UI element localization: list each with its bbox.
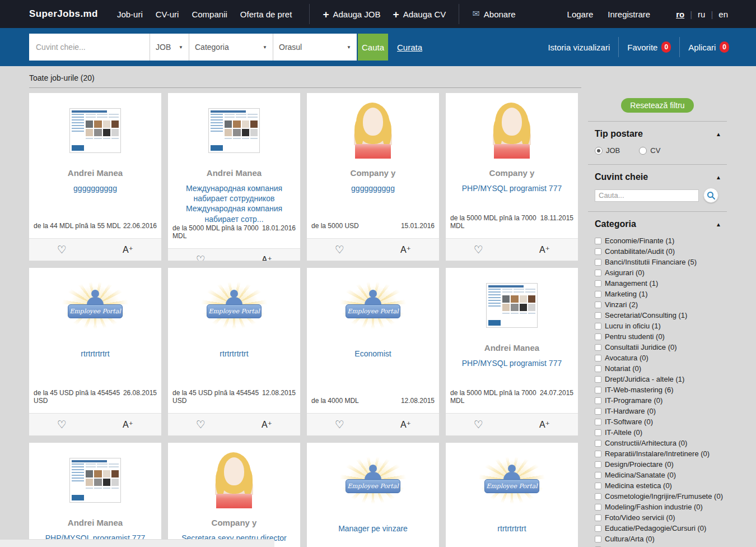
job-title-link[interactable]: Manager pe vinzare	[307, 523, 439, 534]
job-title-link[interactable]: rtrtrtrtrtrt	[168, 349, 300, 359]
favorite-heart-icon[interactable]: ♡	[474, 243, 483, 256]
category-checkbox-item[interactable]: Marketing (1)	[590, 289, 725, 299]
category-checkbox-item[interactable]: Modeling/Fashion industrie (0)	[590, 502, 725, 512]
subscribe-link[interactable]: ✉ Abonare	[472, 10, 515, 19]
reset-filter-button[interactable]: Resetează filtru	[621, 98, 693, 113]
category-checkbox-item[interactable]: Consultatii Juridice (0)	[590, 342, 725, 353]
favorites-link[interactable]: Favorite 0	[627, 41, 671, 53]
job-title-link[interactable]: rtrtrtrtrtrt	[29, 349, 161, 359]
site-logo[interactable]: SuperJobs.md	[29, 8, 98, 20]
view-history-link[interactable]: Istoria vizualizari	[548, 43, 610, 52]
category-checkbox-item[interactable]: Educatie/Pedagogie/Cursuri (0)	[590, 523, 725, 534]
category-checkbox-item[interactable]: Lucru in oficiu (1)	[590, 321, 725, 331]
job-card[interactable]: Andrei Manea gggggggggg de la 44 MDL pîn…	[29, 93, 161, 261]
sidebar-keyword-input[interactable]	[595, 189, 699, 202]
job-title-link[interactable]: Economist	[307, 349, 439, 359]
nav-oferta-de-pret[interactable]: Oferta de pret	[238, 6, 295, 22]
clear-link[interactable]: Curata	[397, 43, 422, 52]
company-name[interactable]: Company y	[307, 168, 439, 178]
category-checkbox-item[interactable]: IT-Programare (0)	[590, 395, 725, 406]
category-checkbox-item[interactable]: Sociologie/Asistenta Sociala (0)	[590, 544, 725, 547]
apply-icon[interactable]: A⁺	[123, 244, 133, 255]
category-checkbox-item[interactable]: Foto/Video servicii (0)	[590, 512, 725, 523]
job-title-link[interactable]: PHP/MYSQL programist 777	[446, 183, 578, 193]
category-checkbox-item[interactable]: Medicina estetica (0)	[590, 480, 725, 491]
job-card[interactable]: Company y gggggggggg de la 5000 USD 15.0…	[307, 93, 439, 261]
company-name[interactable]: Andrei Manea	[29, 518, 161, 527]
apply-icon[interactable]: A⁺	[400, 419, 411, 430]
apply-icon[interactable]: A⁺	[262, 254, 272, 261]
favorite-heart-icon[interactable]: ♡	[57, 418, 67, 431]
horizontal-scrollbar[interactable]	[0, 539, 274, 547]
job-title-link[interactable]: PHP/MYSQL programist 777	[446, 358, 578, 368]
job-title-link[interactable]: gggggggggg	[307, 183, 439, 193]
category-checkbox-item[interactable]: IT-Web-mastering (6)	[590, 384, 725, 395]
apply-icon[interactable]: A⁺	[400, 244, 411, 255]
category-checkbox-item[interactable]: Medicina/Sanatate (0)	[590, 470, 725, 480]
category-checkbox-item[interactable]: IT-Altele (0)	[590, 427, 725, 438]
company-name[interactable]: Company y	[446, 168, 578, 178]
category-checkbox-item[interactable]: Avocatura (0)	[590, 353, 725, 363]
lang-ro[interactable]: ro	[674, 8, 687, 20]
favorite-heart-icon[interactable]: ♡	[474, 418, 483, 431]
category-checkbox-item[interactable]: Design/Proiectare (0)	[590, 459, 725, 470]
nav-job-uri[interactable]: Job-uri	[115, 6, 145, 22]
category-checkbox-item[interactable]: IT-Software (0)	[590, 416, 725, 427]
sidebar-search-button[interactable]	[703, 188, 718, 203]
company-name[interactable]: Andrei Manea	[168, 168, 300, 178]
collapse-up-icon[interactable]: ▲	[716, 174, 721, 180]
company-name[interactable]: Company y	[168, 518, 300, 527]
category-checkbox-item[interactable]: Management (1)	[590, 278, 725, 289]
search-button[interactable]: Cauta	[358, 34, 388, 61]
job-title-link[interactable]: Международная компания набирает сотрудни…	[168, 183, 300, 224]
lang-ru[interactable]: ru	[696, 8, 707, 20]
apply-icon[interactable]: A⁺	[262, 419, 272, 430]
add-cv-link[interactable]: + Adauga CV	[393, 9, 446, 20]
category-checkbox-item[interactable]: Cosmetologie/Ingrijire/Frumusete (0)	[590, 491, 725, 502]
category-checkbox-item[interactable]: Cultura/Arta (0)	[590, 534, 725, 544]
category-checkbox-item[interactable]: Banci/Institutii Financiare (5)	[590, 257, 725, 267]
job-card[interactable]: Employee Portal rtrtrtrtrtrt de la 45 US…	[168, 268, 300, 435]
favorite-heart-icon[interactable]: ♡	[335, 243, 344, 256]
keyword-input[interactable]	[29, 34, 150, 61]
category-checkbox-item[interactable]: Secretariat/Consulting (1)	[590, 310, 725, 321]
nav-cv-uri[interactable]: CV-uri	[153, 6, 181, 22]
category-checkbox-item[interactable]: Constructii/Arhitectura (0)	[590, 438, 725, 448]
job-card[interactable]: Company y Secretara sexy pentru director…	[168, 443, 300, 547]
register-link[interactable]: Inregistrare	[608, 10, 650, 19]
favorite-heart-icon[interactable]: ♡	[196, 418, 206, 431]
apply-icon[interactable]: A⁺	[539, 244, 550, 255]
category-checkbox-item[interactable]: IT-Hardware (0)	[590, 406, 725, 416]
radio-cv[interactable]: CV	[639, 146, 660, 155]
favorite-heart-icon[interactable]: ♡	[57, 243, 67, 256]
job-card[interactable]: Company y PHP/MYSQL programist 777 de la…	[446, 93, 578, 261]
category-checkbox-item[interactable]: Reparatii/Instalare/Intretinere (0)	[590, 448, 725, 459]
lang-en[interactable]: en	[716, 8, 730, 20]
job-title-link[interactable]: rtrtrtrtrtrt	[446, 523, 578, 534]
applications-link[interactable]: Aplicari 0	[688, 41, 729, 53]
category-checkbox-item[interactable]: Asigurari (0)	[590, 267, 725, 278]
nav-companii[interactable]: Companii	[189, 6, 229, 22]
job-title-link[interactable]: gggggggggg	[29, 183, 161, 193]
category-checkbox-item[interactable]: Pentru studenti (0)	[590, 331, 725, 342]
type-select[interactable]: JOB ▼	[150, 34, 189, 61]
job-card[interactable]: Employee Portal rtrtrtrtrtrt ♡ A⁺	[446, 443, 578, 547]
company-name[interactable]: Andrei Manea	[29, 168, 161, 178]
apply-icon[interactable]: A⁺	[123, 419, 133, 430]
collapse-up-icon[interactable]: ▲	[716, 221, 721, 228]
category-checkbox-item[interactable]: Drept/Juridica - altele (1)	[590, 374, 725, 384]
category-checkbox-item[interactable]: Economie/Finante (1)	[590, 235, 725, 246]
collapse-up-icon[interactable]: ▲	[716, 131, 721, 137]
category-checkbox-item[interactable]: Contabilitate/Audit (0)	[590, 246, 725, 257]
login-link[interactable]: Logare	[567, 10, 594, 19]
job-card[interactable]: Employee Portal rtrtrtrtrtrt de la 45 US…	[29, 268, 161, 435]
job-card[interactable]: Andrei Manea PHP/MYSQL programist 777 de…	[446, 268, 578, 435]
city-select[interactable]: Orasul ▼	[273, 34, 357, 61]
job-card[interactable]: Andrei Manea PHP/MYSQL programist 777 ♡ …	[29, 443, 161, 547]
job-card[interactable]: Employee Portal Economist de la 4000 MDL…	[307, 268, 439, 435]
job-card[interactable]: Andrei Manea Международная компания наби…	[168, 93, 300, 261]
favorite-heart-icon[interactable]: ♡	[335, 418, 344, 431]
company-name[interactable]: Andrei Manea	[446, 343, 578, 353]
category-checkbox-item[interactable]: Notariat (0)	[590, 363, 725, 374]
category-select[interactable]: Categoria ▼	[189, 34, 273, 61]
